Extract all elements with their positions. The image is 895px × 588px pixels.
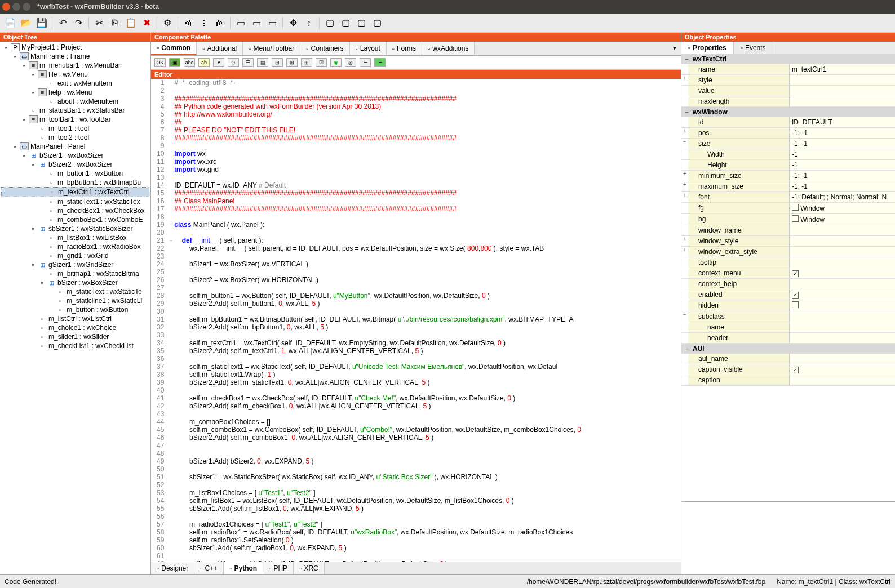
property-row[interactable]: context_help	[681, 279, 895, 289]
generate-icon[interactable]: ⚙	[161, 16, 174, 30]
tree-item[interactable]: ▫m_checkList1 : wxCheckList	[1, 341, 149, 350]
property-row[interactable]: value	[681, 86, 895, 96]
property-row[interactable]: maxlength	[681, 96, 895, 107]
tree-item[interactable]: ▾≡m_menubar1 : wxMenuBar	[1, 61, 149, 70]
window-close-button[interactable]	[2, 3, 10, 11]
align-right-icon[interactable]: ⫸	[213, 16, 227, 30]
editor-tab[interactable]: ▫XRC	[294, 562, 325, 574]
property-row[interactable]: context_menu✓	[681, 268, 895, 279]
editor-tab[interactable]: ▫Python	[224, 562, 263, 574]
editor-tab[interactable]: ▫Designer	[151, 562, 194, 574]
border-icon[interactable]: ▢	[323, 16, 336, 30]
tree-item[interactable]: ▾≡m_toolBar1 : wxToolBar	[1, 115, 149, 124]
tree-item[interactable]: ▾▭MainPanel : Panel	[1, 142, 149, 151]
palette-tab[interactable]: ▫Forms	[387, 42, 422, 55]
tree-item[interactable]: ▫m_button1 : wxButton	[1, 169, 149, 178]
listctrl-icon[interactable]: ▤	[257, 58, 268, 67]
property-row[interactable]: +minimum_size-1; -1	[681, 171, 895, 181]
bitmap-button-icon[interactable]: ▣	[169, 58, 180, 67]
window-maximize-button[interactable]	[23, 3, 30, 11]
grid3-icon[interactable]: ⊞	[301, 58, 312, 67]
delete-icon[interactable]: ✖	[140, 16, 153, 30]
tree-item[interactable]: ▫about : wxMenuItem	[1, 97, 149, 106]
border-icon[interactable]: ▢	[355, 16, 368, 30]
align-center-icon[interactable]: ⫶	[197, 16, 211, 30]
property-row[interactable]: −size-1; -1	[681, 139, 895, 149]
combobox-icon[interactable]: ▾	[213, 58, 224, 67]
tree-item[interactable]: ▫m_checkBox1 : wxCheckBox	[1, 206, 149, 215]
property-row[interactable]: idID_DEFAULT	[681, 117, 895, 128]
text-icon[interactable]: abc	[184, 58, 195, 67]
undo-icon[interactable]: ↶	[56, 16, 69, 30]
property-row[interactable]: header	[681, 333, 895, 344]
property-row[interactable]: −subclass	[681, 311, 895, 322]
property-row[interactable]: caption	[681, 375, 895, 386]
palette-tab[interactable]: ▫Layout	[350, 42, 387, 55]
button-widget-icon[interactable]: OK	[154, 58, 166, 67]
window-minimize-button[interactable]	[12, 3, 20, 11]
property-category[interactable]: −wxWindow	[681, 107, 895, 117]
property-row[interactable]: hidden	[681, 300, 895, 311]
editor-tab[interactable]: ▫C++	[194, 562, 224, 574]
tree-item[interactable]: ▫exit : wxMenuItem	[1, 79, 149, 88]
property-row[interactable]: +window_extra_style	[681, 247, 895, 257]
property-row[interactable]: enabled✓	[681, 289, 895, 300]
cut-icon[interactable]: ✂	[92, 16, 106, 30]
tree-item[interactable]: ▫m_comboBox1 : wxComboE	[1, 215, 149, 224]
tree-item[interactable]: ▫m_textCtrl1 : wxTextCtrl	[1, 187, 149, 197]
new-file-icon[interactable]: 📄	[3, 16, 17, 30]
tree-item[interactable]: ▫m_tool1 : tool	[1, 124, 149, 133]
tree-item[interactable]: ▾⊞sbSizer1 : wxStaticBoxSizer	[1, 224, 149, 233]
palette-dropdown-icon[interactable]: ▾	[668, 42, 681, 55]
tree-item[interactable]: ▫m_bitmap1 : wxStaticBitma	[1, 269, 149, 278]
stretch-icon[interactable]: ↕	[302, 16, 316, 30]
tree-item[interactable]: ▾⊞bSizer : wxBoxSizer	[1, 278, 149, 287]
property-row[interactable]: +font-1; Default; ; Normal; Normal; N	[681, 192, 895, 203]
layout-icon[interactable]: ▭	[250, 16, 263, 30]
property-row[interactable]: Height-1	[681, 160, 895, 171]
property-row[interactable]: namem_textCtrl1	[681, 64, 895, 75]
property-row[interactable]: aui_name	[681, 354, 895, 364]
listbox-icon[interactable]: ☰	[242, 58, 254, 67]
property-row[interactable]: name	[681, 322, 895, 333]
property-row[interactable]: +style	[681, 75, 895, 86]
radio-icon[interactable]: ◉	[330, 58, 342, 67]
grid-icon[interactable]: ⊞	[272, 58, 283, 67]
property-row[interactable]: bg Window	[681, 214, 895, 225]
property-grid[interactable]: −wxTextCtrlnamem_textCtrl1+stylevaluemax…	[681, 54, 895, 501]
redo-icon[interactable]: ↷	[72, 16, 85, 30]
property-row[interactable]: tooltip	[681, 257, 895, 268]
property-row[interactable]: Width-1	[681, 149, 895, 160]
property-row[interactable]: +pos-1; -1	[681, 128, 895, 139]
tree-item[interactable]: ▾▭MainFrame : Frame	[1, 52, 149, 61]
property-tab[interactable]: ▫Properties	[681, 42, 734, 54]
slider-icon[interactable]: ━	[360, 58, 371, 67]
tree-item[interactable]: ▾⊞bSizer2 : wxBoxSizer	[1, 160, 149, 169]
palette-tab[interactable]: ▫Additional	[197, 42, 243, 55]
palette-tab[interactable]: ▫Common	[151, 42, 197, 55]
textctrl-icon[interactable]: ab	[198, 58, 210, 67]
object-tree[interactable]: ▾PMyProject1 : Project▾▭MainFrame : Fram…	[0, 42, 150, 574]
copy-icon[interactable]: ⎘	[108, 16, 122, 30]
tree-item[interactable]: ▫m_staticText1 : wxStaticTex	[1, 197, 149, 206]
tree-item[interactable]: ▫m_choice1 : wxChoice	[1, 323, 149, 332]
layout-icon[interactable]: ▭	[234, 16, 247, 30]
layout-icon[interactable]: ▭	[265, 16, 279, 30]
tree-item[interactable]: ▾≡help : wxMenu	[1, 88, 149, 97]
tree-item[interactable]: ▫m_button : wxButton	[1, 305, 149, 314]
open-file-icon[interactable]: 📂	[19, 16, 33, 30]
paste-icon[interactable]: 📋	[124, 16, 138, 30]
tree-item[interactable]: ▫m_radioBox1 : wxRadioBox	[1, 242, 149, 251]
tree-item[interactable]: ▫m_tool2 : tool	[1, 133, 149, 142]
tree-item[interactable]: ▫m_listCtrl : wxListCtrl	[1, 314, 149, 323]
property-row[interactable]: fg Window	[681, 203, 895, 214]
tree-item[interactable]: ▾⊞bSizer1 : wxBoxSizer	[1, 151, 149, 160]
property-row[interactable]: caption_visible✓	[681, 364, 895, 375]
editor-tab[interactable]: ▫PHP	[263, 562, 294, 574]
tree-item[interactable]: ▫m_staticline1 : wxStaticLi	[1, 296, 149, 305]
tree-item[interactable]: ▾⊞gSizer1 : wxGridSizer	[1, 260, 149, 269]
border-icon[interactable]: ▢	[370, 16, 384, 30]
align-left-icon[interactable]: ⫷	[181, 16, 195, 30]
save-file-icon[interactable]: 💾	[35, 16, 48, 30]
grid2-icon[interactable]: ⊞	[286, 58, 298, 67]
